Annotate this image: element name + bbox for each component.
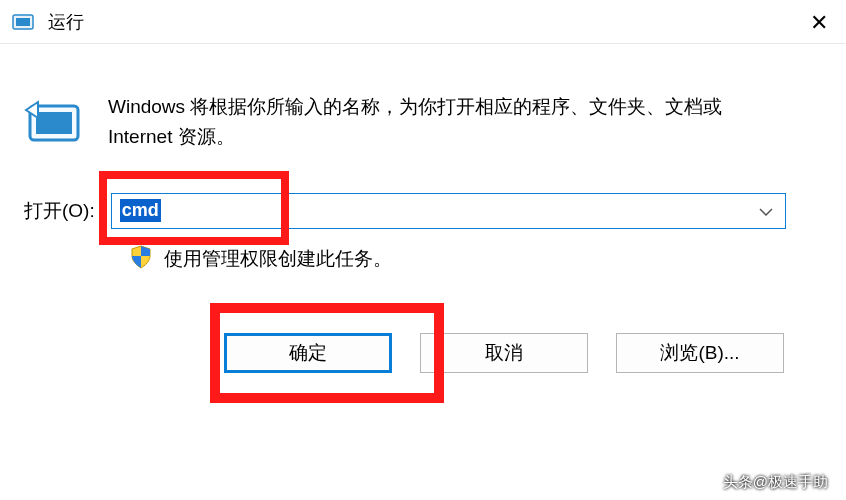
content-area: Windows 将根据你所输入的名称，为你打开相应的程序、文件夹、文档或 Int… — [0, 44, 846, 373]
open-label: 打开(O): — [24, 198, 95, 224]
watermark: 头条@极速手助 — [723, 473, 828, 492]
open-combobox[interactable]: cmd — [111, 193, 786, 229]
uac-shield-icon — [130, 245, 152, 273]
run-large-icon — [24, 98, 84, 152]
svg-rect-1 — [16, 18, 30, 26]
description-text: Windows 将根据你所输入的名称，为你打开相应的程序、文件夹、文档或 Int… — [108, 92, 786, 153]
ok-button[interactable]: 确定 — [224, 333, 392, 373]
svg-rect-3 — [36, 112, 72, 134]
button-row: 确定 取消 浏览(B)... — [24, 333, 786, 373]
browse-button[interactable]: 浏览(B)... — [616, 333, 784, 373]
run-small-icon — [12, 12, 34, 32]
cancel-button[interactable]: 取消 — [420, 333, 588, 373]
chevron-down-icon[interactable] — [759, 203, 773, 219]
open-input-value[interactable]: cmd — [120, 199, 161, 222]
close-icon[interactable]: ✕ — [810, 10, 828, 36]
window-title: 运行 — [48, 10, 84, 34]
admin-note: 使用管理权限创建此任务。 — [164, 246, 392, 272]
titlebar: 运行 ✕ — [0, 0, 846, 44]
